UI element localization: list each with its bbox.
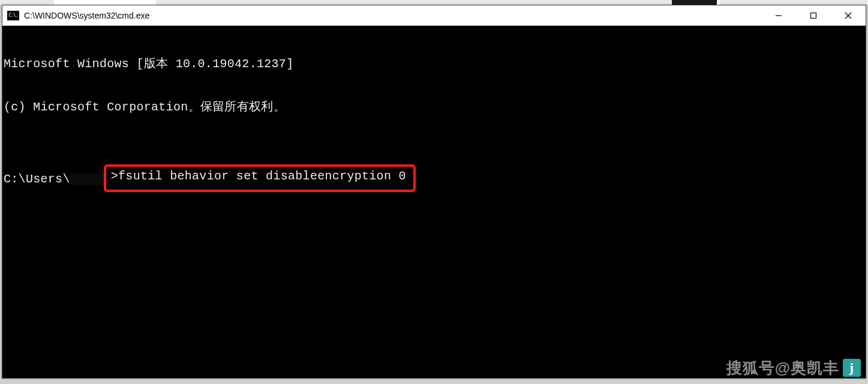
cmd-window: C:\. C:\WINDOWS\system32\cmd.exe Microso… (2, 5, 866, 379)
console-line-version: Microsoft Windows [版本 10.0.19042.1237] (4, 57, 864, 71)
close-icon (845, 12, 852, 19)
minimize-button[interactable] (761, 5, 796, 25)
console-prompt-line: C:\Users\>fsutil behavior set disableenc… (4, 172, 864, 187)
username-redacted (70, 173, 106, 185)
console-line-copyright: (c) Microsoft Corporation。保留所有权利。 (4, 100, 864, 115)
svg-rect-1 (811, 13, 816, 18)
console-output[interactable]: Microsoft Windows [版本 10.0.19042.1237] (… (2, 26, 866, 378)
desktop-background-strip (0, 0, 868, 5)
watermark-badge-icon: j (843, 359, 861, 377)
titlebar[interactable]: C:\. C:\WINDOWS\system32\cmd.exe (2, 5, 866, 26)
cmd-icon: C:\. (7, 11, 19, 20)
command-highlight-box: >fsutil behavior set disableencryption 0 (104, 164, 416, 192)
maximize-button[interactable] (796, 5, 831, 25)
background-window-fragment (672, 0, 717, 5)
watermark-text: 搜狐号@奥凯丰 (726, 361, 839, 375)
maximize-icon (810, 12, 817, 19)
prompt-symbol: > (111, 169, 118, 184)
prompt-path: C:\Users\ (4, 172, 70, 187)
window-title: C:\WINDOWS\system32\cmd.exe (24, 11, 761, 20)
close-button[interactable] (831, 5, 866, 25)
minimize-icon (775, 12, 782, 19)
window-controls (761, 5, 866, 25)
entered-command: fsutil behavior set disableencryption 0 (118, 169, 406, 183)
watermark: 搜狐号@奥凯丰 j (726, 359, 861, 377)
